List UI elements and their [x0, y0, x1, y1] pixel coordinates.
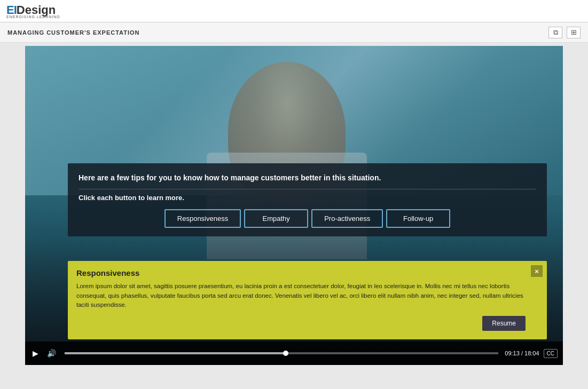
external-link-button[interactable]: ⧉	[548, 27, 562, 38]
volume-button[interactable]: 🔊	[45, 348, 58, 359]
topbar-title: MANAGING CUSTOMER'S EXPECTATION	[7, 29, 140, 36]
grid-view-button[interactable]: ⊞	[567, 27, 581, 38]
play-icon: ▶	[33, 349, 38, 358]
logo-subtitle: ENERGISING LEARNING	[6, 15, 60, 19]
popup-close-button[interactable]: ×	[531, 265, 543, 277]
topbar: MANAGING CUSTOMER'S EXPECTATION ⧉ ⊞	[0, 22, 588, 43]
overlay-tip-text: Here are a few tips for you to know how …	[79, 173, 536, 189]
pro-activeness-button[interactable]: Pro-activeness	[311, 209, 383, 228]
responsiveness-button[interactable]: Responsiveness	[164, 209, 241, 228]
popup-title: Responsiveness	[76, 268, 526, 277]
header: EIDesign ENERGISING LEARNING	[0, 0, 588, 22]
volume-icon: 🔊	[47, 349, 56, 358]
overlay-instruction: Click each button to learn more.	[79, 194, 536, 202]
popup-body: Lorem ipsum dolor sit amet, sagittis pos…	[76, 282, 526, 309]
topbar-icons: ⧉ ⊞	[548, 27, 581, 38]
time-display: 09:13 / 18:04	[505, 350, 539, 356]
progress-fill	[65, 352, 286, 354]
follow-up-button[interactable]: Follow-up	[386, 209, 450, 228]
cc-button[interactable]: CC	[544, 349, 558, 358]
info-popup: × Responsiveness Lorem ipsum dolor sit a…	[68, 261, 547, 339]
progress-bar[interactable]	[65, 352, 498, 354]
overlay-panel: Here are a few tips for you to know how …	[68, 163, 547, 236]
video-controls: ▶ 🔊 09:13 / 18:04 CC	[25, 342, 563, 365]
play-button[interactable]: ▶	[30, 348, 41, 359]
progress-knob[interactable]	[283, 351, 288, 356]
video-container: Here are a few tips for you to know how …	[25, 46, 563, 365]
resume-button[interactable]: Resume	[482, 316, 526, 331]
logo: EIDesign ENERGISING LEARNING	[6, 3, 60, 19]
topic-buttons-row: Responsiveness Empathy Pro-activeness Fo…	[79, 209, 536, 228]
empathy-button[interactable]: Empathy	[244, 209, 308, 228]
